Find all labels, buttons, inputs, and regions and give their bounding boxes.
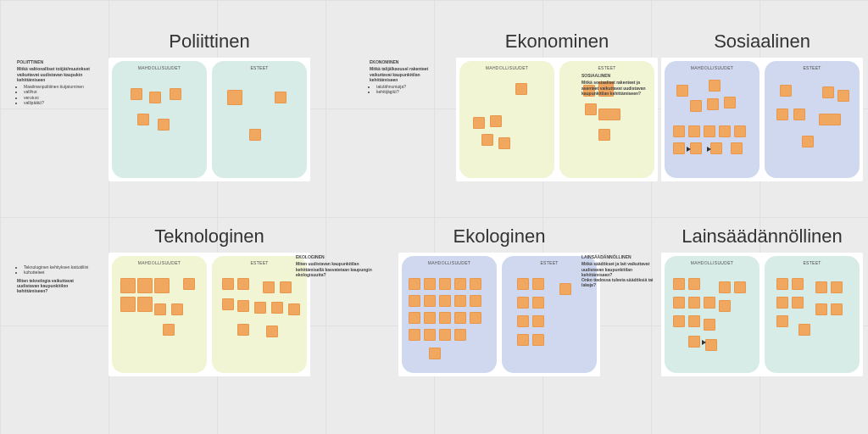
sticky-note[interactable] (288, 303, 300, 315)
sticky-note[interactable] (676, 85, 688, 97)
sticky-note[interactable] (532, 315, 544, 327)
sticky-note[interactable] (710, 142, 722, 154)
sticky-note[interactable] (705, 339, 717, 351)
sticky-note[interactable] (120, 278, 136, 293)
sticky-note[interactable] (532, 334, 544, 346)
sticky-note[interactable] (275, 92, 287, 103)
sticky-note[interactable] (802, 136, 814, 147)
sticky-note[interactable] (688, 278, 700, 290)
panel-obs[interactable]: ESTEET (212, 61, 307, 178)
sticky-note[interactable] (731, 142, 743, 154)
panel-opp[interactable]: MAHDOLLISUUDET (665, 256, 760, 373)
sticky-note[interactable] (171, 303, 183, 315)
panel-opp[interactable]: MAHDOLLISUUDET (402, 256, 497, 373)
panel-pair[interactable]: MAHDOLLISUUDETESTEET (398, 253, 600, 376)
sticky-note[interactable] (131, 88, 142, 100)
sticky-note[interactable] (707, 98, 719, 110)
sticky-note[interactable] (704, 297, 715, 309)
sticky-note[interactable] (837, 90, 849, 102)
sticky-note[interactable] (704, 319, 715, 331)
panel-opp[interactable]: MAHDOLLISUUDET (459, 61, 554, 178)
sticky-note[interactable] (792, 297, 804, 309)
sticky-note[interactable] (163, 324, 175, 336)
sticky-note[interactable] (776, 278, 788, 290)
sticky-note[interactable] (517, 334, 529, 346)
sticky-note[interactable] (254, 302, 266, 314)
sticky-note[interactable] (792, 278, 804, 290)
sticky-note[interactable] (470, 312, 481, 324)
panel-pair[interactable]: MAHDOLLISUUDETESTEET (108, 58, 310, 181)
sticky-note[interactable] (819, 114, 841, 125)
sticky-note[interactable] (137, 278, 153, 293)
sticky-note[interactable] (673, 297, 685, 309)
sticky-note[interactable] (688, 336, 700, 348)
sticky-note[interactable] (532, 278, 544, 290)
sticky-note[interactable] (688, 125, 700, 137)
sticky-note[interactable] (598, 129, 610, 141)
sticky-note[interactable] (490, 115, 502, 127)
sticky-note[interactable] (673, 278, 685, 290)
sticky-note[interactable] (690, 142, 702, 154)
sticky-note[interactable] (222, 278, 234, 290)
panel-obs[interactable]: ESTEET (765, 256, 860, 373)
sticky-note[interactable] (688, 315, 700, 327)
panel-pair[interactable]: MAHDOLLISUUDETESTEET (108, 253, 310, 376)
sticky-note[interactable] (598, 108, 620, 120)
sticky-note[interactable] (424, 295, 436, 307)
sticky-note[interactable] (222, 298, 234, 310)
sticky-note[interactable] (776, 315, 788, 327)
sticky-note[interactable] (815, 303, 827, 315)
sticky-note[interactable] (688, 297, 700, 309)
panel-opp[interactable]: MAHDOLLISUUDET (112, 61, 207, 178)
sticky-note[interactable] (470, 278, 481, 290)
sticky-note[interactable] (409, 278, 420, 290)
sticky-note[interactable] (719, 281, 731, 293)
sticky-note[interactable] (673, 125, 685, 137)
panel-obs[interactable]: ESTEET (765, 61, 860, 178)
panel-pair[interactable]: MAHDOLLISUUDETESTEET (661, 253, 863, 376)
sticky-note[interactable] (517, 278, 529, 290)
sticky-note[interactable] (798, 324, 810, 336)
sticky-note[interactable] (673, 315, 685, 327)
sticky-note[interactable] (137, 114, 149, 125)
sticky-note[interactable] (585, 103, 597, 115)
sticky-note[interactable] (183, 278, 195, 290)
sticky-note[interactable] (170, 88, 181, 100)
sticky-note[interactable] (154, 278, 170, 293)
sticky-note[interactable] (237, 278, 249, 290)
panel-opp[interactable]: MAHDOLLISUUDET (112, 256, 207, 373)
sticky-note[interactable] (424, 312, 436, 324)
sticky-note[interactable] (429, 348, 441, 359)
sticky-note[interactable] (454, 329, 466, 341)
sticky-note[interactable] (673, 142, 685, 154)
sticky-note[interactable] (439, 329, 451, 341)
sticky-note[interactable] (793, 108, 805, 120)
panel-opp[interactable]: MAHDOLLISUUDET (665, 61, 760, 178)
sticky-note[interactable] (237, 324, 249, 336)
sticky-note[interactable] (454, 312, 466, 324)
sticky-note[interactable] (831, 281, 843, 293)
sticky-note[interactable] (154, 303, 166, 315)
sticky-note[interactable] (822, 86, 834, 98)
sticky-note[interactable] (719, 125, 731, 137)
sticky-note[interactable] (515, 83, 527, 95)
sticky-note[interactable] (473, 117, 485, 129)
sticky-note[interactable] (481, 134, 493, 146)
sticky-note[interactable] (263, 281, 275, 293)
sticky-note[interactable] (249, 129, 261, 141)
sticky-note[interactable] (266, 326, 278, 337)
sticky-note[interactable] (532, 297, 544, 309)
sticky-note[interactable] (424, 329, 436, 341)
sticky-note[interactable] (780, 85, 792, 97)
sticky-note[interactable] (724, 97, 736, 108)
sticky-note[interactable] (831, 303, 843, 315)
sticky-note[interactable] (734, 281, 746, 293)
sticky-note[interactable] (719, 300, 731, 312)
sticky-note[interactable] (439, 312, 451, 324)
sticky-note[interactable] (158, 119, 170, 131)
sticky-note[interactable] (149, 92, 161, 103)
sticky-note[interactable] (409, 312, 420, 324)
sticky-note[interactable] (454, 278, 466, 290)
sticky-note[interactable] (237, 300, 249, 312)
sticky-note[interactable] (517, 297, 529, 309)
